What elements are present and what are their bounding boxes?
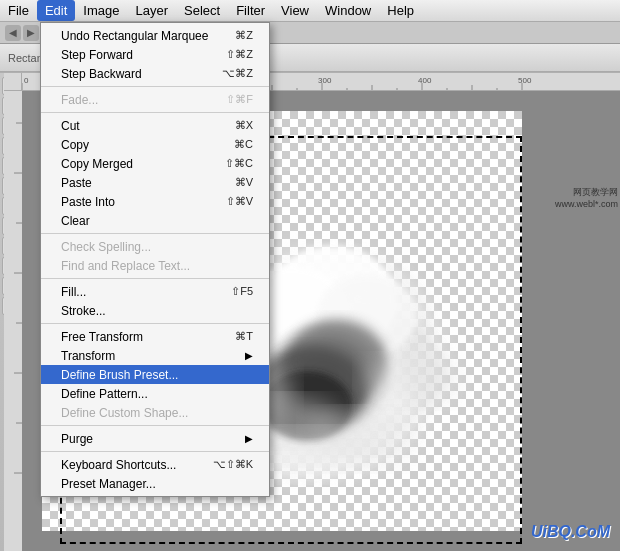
menu-view[interactable]: View xyxy=(273,0,317,21)
menu-fill-label: Fill... xyxy=(61,285,86,299)
menu-step-forward-label: Step Forward xyxy=(61,48,133,62)
menu-free-transform-shortcut: ⌘T xyxy=(235,330,253,343)
menu-cut-label: Cut xyxy=(61,119,80,133)
menu-find-replace-label: Find and Replace Text... xyxy=(61,259,190,273)
menu-find-replace[interactable]: Find and Replace Text... xyxy=(41,256,269,275)
menu-transform-arrow: ▶ xyxy=(245,350,253,361)
menu-define-brush-preset-label: Define Brush Preset... xyxy=(61,368,178,382)
menu-keyboard-shortcuts-shortcut: ⌥⇧⌘K xyxy=(213,458,253,471)
sep-1 xyxy=(41,86,269,87)
menu-purge-label: Purge xyxy=(61,432,93,446)
menu-step-forward-shortcut: ⇧⌘Z xyxy=(226,48,253,61)
menu-fill-shortcut: ⇧F5 xyxy=(231,285,253,298)
menu-undo[interactable]: Undo Rectangular Marquee ⌘Z xyxy=(41,26,269,45)
menu-step-forward[interactable]: Step Forward ⇧⌘Z xyxy=(41,45,269,64)
menu-free-transform-label: Free Transform xyxy=(61,330,143,344)
menu-paste-label: Paste xyxy=(61,176,92,190)
menu-window[interactable]: Window xyxy=(317,0,379,21)
menu-cut[interactable]: Cut ⌘X xyxy=(41,116,269,135)
menu-clear-label: Clear xyxy=(61,214,90,228)
menu-copy[interactable]: Copy ⌘C xyxy=(41,135,269,154)
menu-purge-arrow: ▶ xyxy=(245,433,253,444)
menu-filter[interactable]: Filter xyxy=(228,0,273,21)
svg-rect-28 xyxy=(4,73,22,551)
sep-5 xyxy=(41,323,269,324)
menu-fill[interactable]: Fill... ⇧F5 xyxy=(41,282,269,301)
sep-6 xyxy=(41,425,269,426)
menu-define-custom-shape[interactable]: Define Custom Shape... xyxy=(41,403,269,422)
menu-step-backward-shortcut: ⌥⌘Z xyxy=(222,67,253,80)
watermark-main: UiBQ.CoM xyxy=(531,523,610,541)
menu-keyboard-shortcuts[interactable]: Keyboard Shortcuts... ⌥⇧⌘K xyxy=(41,455,269,474)
menu-fade-shortcut: ⇧⌘F xyxy=(226,93,253,106)
sep-3 xyxy=(41,233,269,234)
menu-free-transform[interactable]: Free Transform ⌘T xyxy=(41,327,269,346)
menu-cut-shortcut: ⌘X xyxy=(235,119,253,132)
menu-layer[interactable]: Layer xyxy=(128,0,177,21)
svg-text:300: 300 xyxy=(318,76,332,85)
menu-define-custom-shape-label: Define Custom Shape... xyxy=(61,406,188,420)
menu-copy-shortcut: ⌘C xyxy=(234,138,253,151)
sep-7 xyxy=(41,451,269,452)
menubar: File Edit Image Layer Select Filter View… xyxy=(0,0,620,22)
menu-check-spelling-label: Check Spelling... xyxy=(61,240,151,254)
watermark-site2: www.webl*.com xyxy=(555,198,618,210)
watermark-site1: 网页教学网 xyxy=(555,186,618,198)
svg-point-56 xyxy=(272,441,412,471)
tab-prev-btn[interactable]: ◀ xyxy=(5,25,21,41)
menu-select[interactable]: Select xyxy=(176,0,228,21)
menu-check-spelling[interactable]: Check Spelling... xyxy=(41,237,269,256)
menu-preset-manager-label: Preset Manager... xyxy=(61,477,156,491)
menu-stroke-label: Stroke... xyxy=(61,304,106,318)
menu-undo-shortcut: ⌘Z xyxy=(235,29,253,42)
edit-dropdown-menu: Undo Rectangular Marquee ⌘Z Step Forward… xyxy=(40,22,270,497)
sep-2 xyxy=(41,112,269,113)
menu-define-pattern-label: Define Pattern... xyxy=(61,387,148,401)
menu-undo-label: Undo Rectangular Marquee xyxy=(61,29,208,43)
menu-image[interactable]: Image xyxy=(75,0,127,21)
menu-stroke[interactable]: Stroke... xyxy=(41,301,269,320)
menu-paste[interactable]: Paste ⌘V xyxy=(41,173,269,192)
menu-step-backward[interactable]: Step Backward ⌥⌘Z xyxy=(41,64,269,83)
menu-purge[interactable]: Purge ▶ xyxy=(41,429,269,448)
menu-copy-merged-shortcut: ⇧⌘C xyxy=(225,157,253,170)
ruler-corner xyxy=(4,73,22,91)
menu-paste-shortcut: ⌘V xyxy=(235,176,253,189)
menu-copy-merged[interactable]: Copy Merged ⇧⌘C xyxy=(41,154,269,173)
menu-clear[interactable]: Clear xyxy=(41,211,269,230)
menu-copy-merged-label: Copy Merged xyxy=(61,157,133,171)
menu-help[interactable]: Help xyxy=(379,0,422,21)
svg-text:500: 500 xyxy=(518,76,532,85)
menu-edit[interactable]: Edit xyxy=(37,0,75,21)
menu-copy-label: Copy xyxy=(61,138,89,152)
menu-preset-manager[interactable]: Preset Manager... xyxy=(41,474,269,493)
menu-define-brush-preset[interactable]: Define Brush Preset... xyxy=(41,365,269,384)
svg-text:400: 400 xyxy=(418,76,432,85)
menu-fade-label: Fade... xyxy=(61,93,98,107)
menu-step-backward-label: Step Backward xyxy=(61,67,142,81)
menu-paste-into-label: Paste Into xyxy=(61,195,115,209)
menu-fade[interactable]: Fade... ⇧⌘F xyxy=(41,90,269,109)
ruler-vertical xyxy=(4,73,22,551)
menu-paste-into[interactable]: Paste Into ⇧⌘V xyxy=(41,192,269,211)
menu-transform[interactable]: Transform ▶ xyxy=(41,346,269,365)
svg-text:0: 0 xyxy=(24,76,29,85)
menu-define-pattern[interactable]: Define Pattern... xyxy=(41,384,269,403)
menu-keyboard-shortcuts-label: Keyboard Shortcuts... xyxy=(61,458,176,472)
menu-transform-label: Transform xyxy=(61,349,115,363)
sep-4 xyxy=(41,278,269,279)
svg-point-52 xyxy=(362,356,462,406)
tab-next-btn[interactable]: ▶ xyxy=(23,25,39,41)
menu-paste-into-shortcut: ⇧⌘V xyxy=(226,195,253,208)
menu-file[interactable]: File xyxy=(0,0,37,21)
watermark-top: 网页教学网 www.webl*.com xyxy=(555,186,618,210)
